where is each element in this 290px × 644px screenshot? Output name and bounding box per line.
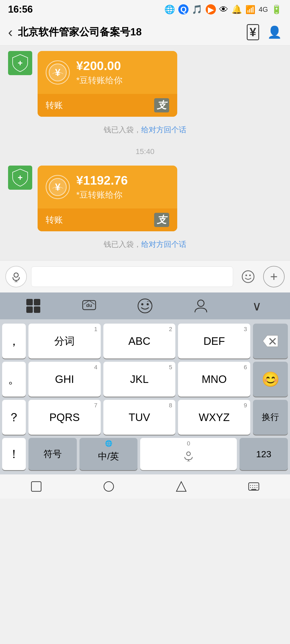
transfer-desc-2: *豆转账给你 <box>76 189 169 201</box>
key-delete[interactable] <box>253 324 288 358</box>
nav-home-button[interactable] <box>98 478 119 495</box>
play-icon: ▶ <box>206 4 216 14</box>
status-icons: 🌐 Q 🎵 ▶ 👁 🔔 📶 4G 🔋 <box>164 4 282 15</box>
svg-rect-15 <box>34 306 40 313</box>
nav-recent-button[interactable] <box>171 478 192 495</box>
key-123[interactable]: 123 <box>240 438 288 470</box>
chat-title: 北京软件管家公司备案号18 <box>18 25 247 39</box>
money-icon[interactable]: ¥ <box>247 24 259 40</box>
battery-icon: 🔋 <box>271 4 282 14</box>
status-time: 16:56 <box>8 4 33 15</box>
transfer-info-2: ¥1192.76 *豆转账给你 <box>76 173 169 201</box>
key-fenci[interactable]: 1 分词 <box>28 324 101 358</box>
key-emoji[interactable]: 😊 <box>253 362 288 397</box>
reply-link-1[interactable]: 给对方回个话 <box>141 126 186 134</box>
alipay-logo-1: 支 <box>154 98 169 112</box>
message-row-2: + ¥ ¥1192.76 *豆转账给你 转账 支 <box>8 166 282 231</box>
alipay-logo-2: 支 <box>154 213 169 227</box>
key-enter[interactable]: 换行 <box>253 400 288 435</box>
svg-point-10 <box>245 275 247 276</box>
system-msg-1: 钱已入袋，给对方回个话 <box>8 125 282 135</box>
svg-point-9 <box>242 271 254 283</box>
music-icon: 🎵 <box>192 4 202 14</box>
transfer-info-1: ¥200.00 *豆转账给你 <box>76 58 169 86</box>
avatar-1: + <box>8 51 32 75</box>
toolbar-du-button[interactable]: du <box>76 295 103 317</box>
nav-bar <box>0 474 290 499</box>
transfer-label-1: 转账 <box>46 100 63 111</box>
transfer-amount-2: ¥1192.76 <box>76 173 169 188</box>
transfer-label-2: 转账 <box>46 214 63 226</box>
avatar-2: + <box>8 166 32 190</box>
key-period[interactable]: 。 <box>2 362 26 397</box>
transfer-amount-1: ¥200.00 <box>76 58 169 73</box>
key-exclaim[interactable]: ！ <box>2 438 26 470</box>
input-bar: + <box>0 260 290 292</box>
key-pqrs[interactable]: 7 PQRS <box>28 400 101 435</box>
keyboard: ， 1 分词 2 ABC 3 DEF 。 4 <box>0 319 290 474</box>
svg-point-28 <box>104 482 114 491</box>
status-bar: 16:56 🌐 Q 🎵 ▶ 👁 🔔 📶 4G 🔋 <box>0 0 290 19</box>
svg-point-21 <box>198 300 204 306</box>
key-mno[interactable]: 6 MNO <box>178 362 250 397</box>
coin-icon-1: ¥ <box>46 60 70 85</box>
signal-icon: 4G <box>259 5 268 14</box>
system-msg-2: 钱已入袋，给对方回个话 <box>8 239 282 250</box>
message-row-1: + ¥ ¥200.00 *豆转账给你 转账 支 <box>8 51 282 117</box>
back-button[interactable]: ‹ <box>8 24 13 40</box>
key-space[interactable]: 0 <box>140 438 237 470</box>
transfer-card-2[interactable]: ¥ ¥1192.76 *豆转账给你 转账 支 <box>38 166 177 231</box>
key-comma[interactable]: ， <box>2 324 26 358</box>
key-abc[interactable]: 2 ABC <box>103 324 176 358</box>
profile-icon[interactable]: 👤 <box>267 25 282 39</box>
svg-text:+: + <box>18 58 23 68</box>
toolbar-chevron-button[interactable]: ∨ <box>243 295 270 317</box>
key-tuv[interactable]: 8 TUV <box>103 400 176 435</box>
svg-point-19 <box>141 303 143 305</box>
key-def[interactable]: 3 DEF <box>178 324 250 358</box>
key-wxyz[interactable]: 9 WXYZ <box>178 400 250 435</box>
timestamp-1: 15:40 <box>8 147 282 156</box>
voice-button[interactable] <box>5 266 27 287</box>
wifi-icon: 📶 <box>245 5 255 14</box>
transfer-footer-1: 转账 支 <box>38 94 177 117</box>
transfer-footer-2: 转账 支 <box>38 208 177 231</box>
key-zhongen[interactable]: 🌐 中/英 <box>79 438 137 470</box>
key-question[interactable]: ？ <box>2 400 26 435</box>
eye-icon: 👁 <box>219 4 228 15</box>
svg-rect-13 <box>34 299 40 305</box>
nav-back-button[interactable] <box>26 478 47 495</box>
nav-keyboard-button[interactable] <box>243 478 264 495</box>
transfer-desc-1: *豆转账给你 <box>76 75 169 86</box>
toolbar-avatar-button[interactable] <box>187 295 214 317</box>
plus-button[interactable]: + <box>263 266 285 287</box>
title-actions: ¥ 👤 <box>247 24 282 40</box>
title-bar: ‹ 北京软件管家公司备案号18 ¥ 👤 <box>0 19 290 46</box>
svg-point-24 <box>187 452 190 456</box>
svg-point-20 <box>147 303 149 305</box>
svg-point-11 <box>249 275 251 276</box>
chat-area: + ¥ ¥200.00 *豆转账给你 转账 支 <box>0 46 290 260</box>
svg-text:du: du <box>86 303 92 308</box>
key-jkl[interactable]: 5 JKL <box>103 362 176 397</box>
toolbar-sticker-button[interactable] <box>132 295 158 317</box>
svg-point-6 <box>14 273 18 277</box>
keyboard-toolbar: du ∨ <box>0 292 290 319</box>
toolbar-grid-button[interactable] <box>20 295 47 317</box>
svg-rect-27 <box>31 482 41 491</box>
globe-icon: 🌐 <box>164 4 175 14</box>
q-icon: Q <box>178 4 189 14</box>
svg-text:+: + <box>18 173 23 182</box>
key-ghi[interactable]: 4 GHI <box>28 362 101 397</box>
transfer-card-1[interactable]: ¥ ¥200.00 *豆转账给你 转账 支 <box>38 51 177 117</box>
reply-link-2[interactable]: 给对方回个话 <box>141 240 186 248</box>
svg-point-18 <box>138 299 152 313</box>
emoji-button[interactable] <box>237 266 259 287</box>
key-fuhao[interactable]: 符号 <box>28 438 77 470</box>
svg-rect-14 <box>26 306 33 313</box>
svg-rect-12 <box>26 299 33 305</box>
coin-icon-2: ¥ <box>46 175 70 199</box>
bell-icon: 🔔 <box>231 4 242 14</box>
text-input[interactable] <box>31 266 233 287</box>
